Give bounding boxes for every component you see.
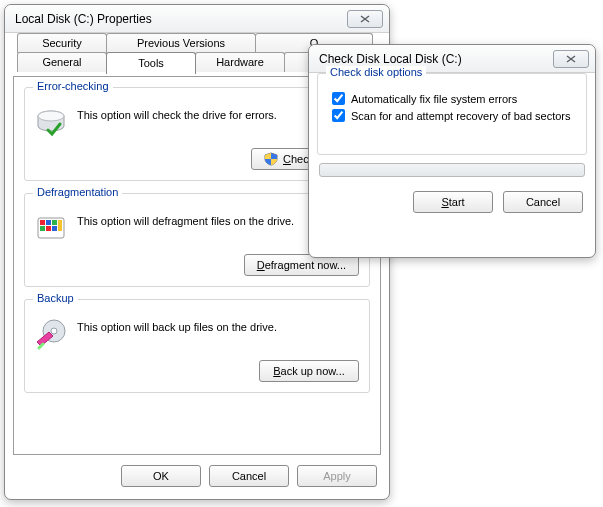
check-disk-cancel-button[interactable]: Cancel — [503, 191, 583, 213]
apply-button[interactable]: Apply — [297, 465, 377, 487]
tab-general[interactable]: General — [17, 52, 107, 72]
svg-rect-8 — [52, 226, 57, 231]
backup-text: This option will back up files on the dr… — [77, 318, 359, 334]
svg-rect-5 — [52, 220, 57, 225]
properties-titlebar[interactable]: Local Disk (C:) Properties — [5, 5, 389, 33]
option-scan-recover[interactable]: Scan for and attempt recovery of bad sec… — [332, 109, 578, 122]
group-error-title: Error-checking — [33, 80, 113, 92]
check-disk-actions: Start Cancel — [317, 191, 587, 213]
properties-title: Local Disk (C:) Properties — [15, 12, 347, 26]
check-disk-title: Check Disk Local Disk (C:) — [319, 52, 553, 66]
scan-recover-checkbox[interactable] — [332, 109, 345, 122]
group-backup: Backup This option will back up files on… — [24, 299, 370, 393]
svg-point-11 — [51, 328, 57, 334]
cancel-button[interactable]: Cancel — [209, 465, 289, 487]
svg-rect-4 — [46, 220, 51, 225]
properties-close-button[interactable] — [347, 10, 383, 28]
check-disk-close-button[interactable] — [553, 50, 589, 68]
group-backup-title: Backup — [33, 292, 78, 304]
group-check-disk-options: Check disk options Automatically fix fil… — [317, 73, 587, 155]
close-icon — [566, 55, 576, 63]
backup-now-button[interactable]: Back up now... — [259, 360, 359, 382]
tab-security[interactable]: Security — [17, 33, 107, 53]
check-disk-client: Check disk options Automatically fix fil… — [317, 73, 587, 249]
close-icon — [360, 15, 370, 23]
svg-point-1 — [38, 111, 64, 121]
disk-check-icon — [35, 106, 67, 138]
option-auto-fix[interactable]: Automatically fix file system errors — [332, 92, 578, 105]
svg-rect-9 — [58, 220, 62, 231]
check-disk-group-title: Check disk options — [326, 66, 426, 78]
properties-action-row: OK Cancel Apply — [13, 461, 381, 491]
defrag-icon — [35, 212, 67, 244]
auto-fix-checkbox[interactable] — [332, 92, 345, 105]
tab-hardware[interactable]: Hardware — [195, 52, 285, 72]
ok-button[interactable]: OK — [121, 465, 201, 487]
svg-rect-3 — [40, 220, 45, 225]
svg-rect-7 — [46, 226, 51, 231]
check-disk-dialog: Check Disk Local Disk (C:) Check disk op… — [308, 44, 596, 258]
shield-icon — [264, 152, 278, 166]
group-defrag-title: Defragmentation — [33, 186, 122, 198]
check-disk-progress — [319, 163, 585, 177]
tab-tools[interactable]: Tools — [106, 52, 196, 74]
tab-previous-versions[interactable]: Previous Versions — [106, 33, 256, 53]
svg-rect-6 — [40, 226, 45, 231]
start-button[interactable]: Start — [413, 191, 493, 213]
backup-icon — [35, 318, 67, 350]
